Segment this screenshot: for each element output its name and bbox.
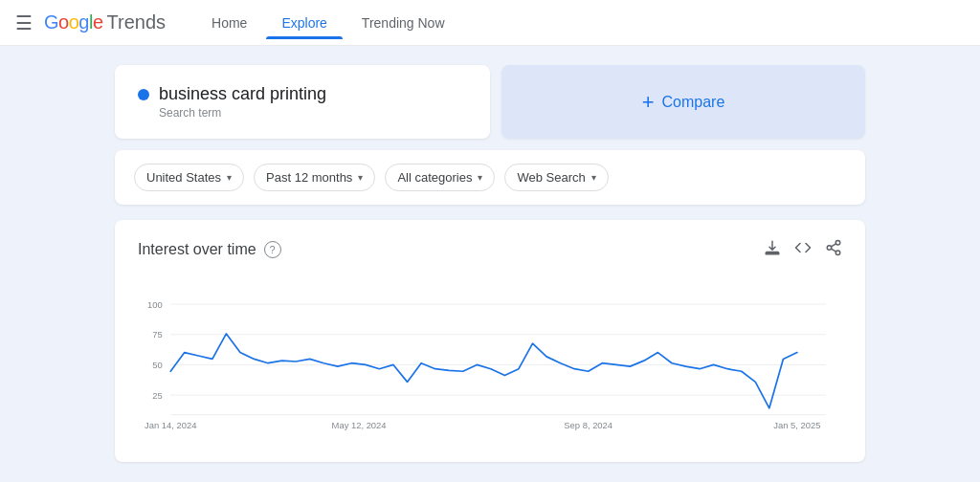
filter-categories-chevron-icon: ▾ <box>478 172 482 183</box>
header: ☰ Google Trends Home Explore Trending No… <box>0 0 980 46</box>
nav-trending-now[interactable]: Trending Now <box>346 8 460 38</box>
search-term-header: business card printing <box>138 84 467 104</box>
search-term-card: business card printing Search term <box>115 65 490 139</box>
filter-timerange[interactable]: Past 12 months ▾ <box>254 164 375 191</box>
y-label-75: 75 <box>152 329 162 340</box>
y-label-25: 25 <box>152 390 162 401</box>
filter-searchtype-label: Web Search <box>517 170 585 185</box>
y-label-50: 50 <box>152 360 162 370</box>
filter-searchtype-chevron-icon: ▾ <box>591 172 596 183</box>
svg-line-5 <box>831 244 835 247</box>
compare-label: Compare <box>662 94 725 111</box>
main-content: business card printing Search term + Com… <box>0 46 980 482</box>
filter-location-chevron-icon: ▾ <box>227 172 232 183</box>
chart-header: Interest over time ? <box>138 239 842 260</box>
chart-help-icon[interactable]: ? <box>264 241 281 258</box>
x-label-may2024: May 12, 2024 <box>332 420 387 430</box>
search-term-value: business card printing <box>159 84 326 104</box>
x-label-sep2024: Sep 8, 2024 <box>564 420 612 430</box>
menu-icon[interactable]: ☰ <box>15 11 33 34</box>
filter-location[interactable]: United States ▾ <box>134 164 244 191</box>
share-icon[interactable] <box>825 239 842 260</box>
nav-home[interactable]: Home <box>196 8 262 38</box>
filter-searchtype[interactable]: Web Search ▾ <box>504 164 608 191</box>
svg-line-4 <box>831 249 835 252</box>
svg-rect-0 <box>766 252 779 253</box>
compare-plus-icon: + <box>642 90 655 115</box>
compare-button[interactable]: + Compare <box>642 90 725 115</box>
nav-explore[interactable]: Explore <box>266 8 342 38</box>
download-icon[interactable] <box>764 239 781 260</box>
filter-row: United States ▾ Past 12 months ▾ All cat… <box>115 150 865 205</box>
google-logo-text: Google <box>44 11 103 33</box>
x-label-jan2024: Jan 14, 2024 <box>145 420 196 430</box>
trend-polyline <box>170 334 797 408</box>
search-dot-icon <box>138 89 149 100</box>
chart-title: Interest over time <box>138 241 256 258</box>
compare-card[interactable]: + Compare <box>501 65 865 139</box>
y-label-100: 100 <box>147 299 163 310</box>
search-compare-row: business card printing Search term + Com… <box>115 65 865 139</box>
filter-location-label: United States <box>146 170 221 185</box>
logo: Google Trends <box>44 11 166 33</box>
main-nav: Home Explore Trending Now <box>196 8 459 38</box>
filter-categories[interactable]: All categories ▾ <box>385 164 495 191</box>
filter-timerange-label: Past 12 months <box>266 170 352 185</box>
search-term-sublabel: Search term <box>159 106 467 120</box>
x-label-jan2025: Jan 5, 2025 <box>773 420 820 430</box>
embed-icon[interactable] <box>794 239 812 260</box>
interest-over-time-chart: 100 75 50 25 Jan 14, 2024 May 12, 2024 S… <box>138 275 842 448</box>
chart-actions <box>764 239 842 260</box>
filter-categories-label: All categories <box>397 170 472 185</box>
chart-container: 100 75 50 25 Jan 14, 2024 May 12, 2024 S… <box>138 275 842 450</box>
chart-card: Interest over time ? <box>115 220 865 462</box>
trends-logo-text: Trends <box>107 11 167 33</box>
filter-timerange-chevron-icon: ▾ <box>358 172 363 183</box>
chart-title-area: Interest over time ? <box>138 241 281 258</box>
